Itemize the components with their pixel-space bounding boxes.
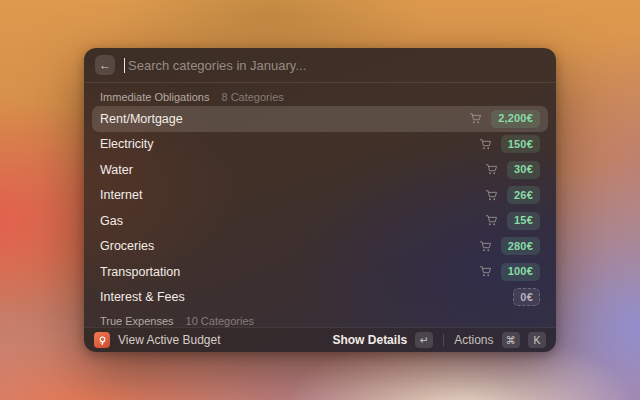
category-row[interactable]: Gas 15€ bbox=[92, 208, 548, 234]
k-key-icon: K bbox=[528, 332, 546, 348]
command-key-icon: ⌘ bbox=[502, 332, 521, 348]
search-input[interactable]: Search categories in January... bbox=[124, 58, 545, 73]
category-row-accessories: 0€ bbox=[513, 288, 540, 306]
shopping-cart-icon bbox=[485, 214, 498, 227]
footer-bar: View Active Budget Show Details ↵ Action… bbox=[84, 327, 556, 352]
category-row-accessories: 15€ bbox=[485, 212, 540, 230]
back-button[interactable]: ← bbox=[95, 55, 115, 75]
category-row-accessories: 150€ bbox=[479, 135, 540, 153]
section-title: True Expenses bbox=[100, 315, 174, 327]
category-row-accessories: 2,200€ bbox=[469, 110, 540, 128]
section-count: 10 Categories bbox=[186, 315, 255, 327]
category-row[interactable]: Transportation 100€ bbox=[92, 259, 548, 285]
category-name: Interest & Fees bbox=[100, 290, 185, 304]
budgeted-amount-badge: 30€ bbox=[507, 161, 540, 179]
category-name: Gas bbox=[100, 214, 123, 228]
section-header: Immediate Obligations8 Categories bbox=[92, 86, 548, 106]
category-row[interactable]: Interest & Fees0€ bbox=[92, 285, 548, 311]
category-row-accessories: 30€ bbox=[485, 161, 540, 179]
raycast-command-window: ← Search categories in January... Immedi… bbox=[84, 48, 556, 352]
category-row-accessories: 26€ bbox=[485, 186, 540, 204]
shopping-cart-icon bbox=[485, 189, 498, 202]
text-caret bbox=[124, 58, 125, 73]
search-bar: ← Search categories in January... bbox=[84, 48, 556, 82]
shopping-cart-icon bbox=[485, 163, 498, 176]
budgeted-amount-badge: 15€ bbox=[507, 212, 540, 230]
section-header: True Expenses10 Categories bbox=[92, 310, 548, 327]
active-command-label: View Active Budget bbox=[118, 333, 221, 347]
show-details-button[interactable]: Show Details bbox=[332, 333, 407, 347]
category-name: Rent/Mortgage bbox=[100, 112, 183, 126]
category-name: Water bbox=[100, 163, 133, 177]
section-title: Immediate Obligations bbox=[100, 91, 209, 103]
shopping-cart-icon bbox=[479, 265, 492, 278]
budgeted-amount-badge: 280€ bbox=[501, 237, 540, 255]
category-list[interactable]: Immediate Obligations8 CategoriesRent/Mo… bbox=[84, 83, 556, 327]
enter-key-icon: ↵ bbox=[415, 332, 433, 348]
category-row[interactable]: Water 30€ bbox=[92, 157, 548, 183]
category-row[interactable]: Groceries 280€ bbox=[92, 234, 548, 260]
shopping-cart-icon bbox=[479, 138, 492, 151]
category-name: Internet bbox=[100, 188, 142, 202]
shopping-cart-icon bbox=[479, 240, 492, 253]
footer-separator bbox=[443, 334, 444, 346]
category-row[interactable]: Internet 26€ bbox=[92, 183, 548, 209]
category-name: Electricity bbox=[100, 137, 153, 151]
shopping-cart-icon bbox=[469, 112, 482, 125]
category-row[interactable]: Electricity 150€ bbox=[92, 132, 548, 158]
category-name: Groceries bbox=[100, 239, 154, 253]
budgeted-amount-badge: 26€ bbox=[507, 186, 540, 204]
category-name: Transportation bbox=[100, 265, 180, 279]
budgeted-amount-badge: 150€ bbox=[501, 135, 540, 153]
section-count: 8 Categories bbox=[221, 91, 283, 103]
budgeted-amount-badge: 2,200€ bbox=[491, 110, 540, 128]
budgeted-amount-badge: 0€ bbox=[513, 288, 540, 306]
search-placeholder: Search categories in January... bbox=[128, 58, 306, 73]
category-row-accessories: 100€ bbox=[479, 263, 540, 281]
budgeted-amount-badge: 100€ bbox=[501, 263, 540, 281]
ynab-app-icon bbox=[94, 332, 110, 348]
actions-button[interactable]: Actions bbox=[454, 333, 493, 347]
category-row-accessories: 280€ bbox=[479, 237, 540, 255]
category-row[interactable]: Rent/Mortgage 2,200€ bbox=[92, 106, 548, 132]
